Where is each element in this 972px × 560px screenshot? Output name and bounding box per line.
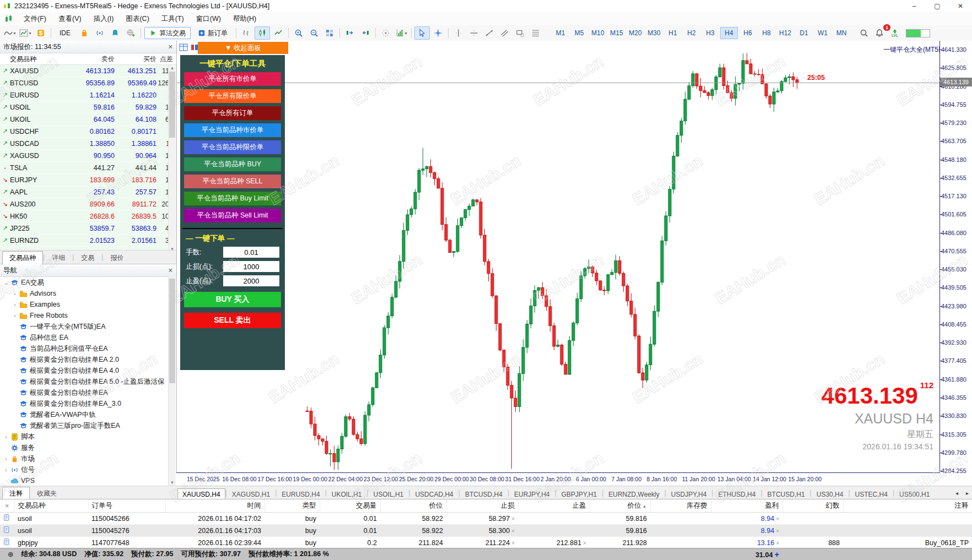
close-orders-button-0[interactable]: 平仓所有市价单	[184, 72, 281, 86]
line-style-dropdown[interactable]: ▾	[3, 27, 17, 39]
chart-window-dropdown[interactable]: ▾	[18, 27, 33, 39]
toolbox-close-icon[interactable]: ×	[0, 499, 14, 513]
market-watch-row-AAPL[interactable]: ↗ AAPL 257.43 257.57 14	[0, 186, 176, 198]
timeframe-MN[interactable]: MN	[833, 27, 850, 39]
ide-button[interactable]: IDE	[55, 27, 75, 39]
trendline-icon[interactable]	[482, 27, 496, 39]
market-watch-row-TSLA[interactable]: • TSLA 441.27 441.44 17	[0, 162, 176, 174]
timeframe-H12[interactable]: H12	[776, 27, 794, 39]
orders-column-1[interactable]: 订单号	[88, 499, 165, 513]
collapse-panel-button[interactable]: ▼ 收起面板	[198, 42, 288, 54]
market-watch-row-AUS200[interactable]: ↘ AUS200 8909.66 8911.72 206	[0, 198, 176, 210]
close-button[interactable]: ✕	[949, 0, 972, 12]
timeframe-H6[interactable]: H6	[739, 27, 757, 39]
orders-column-6[interactable]: 止损	[446, 499, 518, 513]
navigator-item-12[interactable]: 觉醒者EA-VWAP中轨	[0, 409, 176, 420]
order-sl[interactable]: 211.224×	[446, 537, 518, 549]
alerts-icon[interactable]	[108, 27, 122, 39]
market-watch-row-USOIL[interactable]: ↗ USOIL 59.816 59.829 13	[0, 101, 176, 113]
market-watch-tab-1[interactable]: 详细	[45, 251, 72, 264]
navigator-item-8[interactable]: 根据黄金分割自动挂单EA 4.0	[0, 365, 176, 376]
menu-item-1[interactable]: 查看(V)	[52, 13, 88, 24]
menu-item-3[interactable]: 图表(C)	[120, 13, 155, 24]
menu-item-5[interactable]: 窗口(W)	[190, 13, 227, 24]
order-profit[interactable]: 8.94×	[711, 525, 782, 537]
shift-back-icon[interactable]	[358, 27, 372, 39]
navigator-item-5[interactable]: 品种信息 EA	[0, 332, 176, 343]
navigator-item-10[interactable]: 根据黄金分割自动挂单EA	[0, 387, 176, 398]
menu-item-6[interactable]: 帮助(H)	[227, 13, 262, 24]
market-watch-row-JP225[interactable]: ↗ JP225 53859.7 53863.9 42	[0, 222, 176, 235]
notifications-icon[interactable]: 1	[872, 27, 887, 39]
column-symbol[interactable]: 交易品种	[10, 55, 63, 64]
close-orders-button-3[interactable]: 平仓当前品种市价单	[184, 123, 281, 137]
orders-column-11[interactable]: 幻数	[782, 499, 843, 513]
order-row-1147077648[interactable]: gbpjpy 1147077648 2026.01.16 02:39:44 bu…	[0, 537, 972, 549]
indicators-dropdown[interactable]: ▾	[394, 27, 408, 39]
market-watch-row-XAUUSD[interactable]: ↗ XAUUSD 4613.139 4613.251 112	[0, 65, 176, 77]
navigator-scrollbar[interactable]: ▼	[168, 276, 176, 486]
horizontal-line-icon[interactable]	[467, 27, 481, 39]
menu-item-0[interactable]: 文件(F)	[18, 13, 52, 24]
navigator-item-9[interactable]: 根据黄金分割自动挂单EA 5.0 -止盈后激活保	[0, 376, 176, 387]
search-icon[interactable]	[857, 27, 871, 39]
close-orders-button-4[interactable]: 平仓当前品种限价单	[184, 140, 281, 154]
chart-tab-XAUUSDH4[interactable]: XAUUSD,H4	[177, 488, 225, 500]
navigator-item-3[interactable]: ›Free Robots	[0, 310, 176, 321]
market-watch-scrollbar[interactable]: ▲▼	[168, 65, 176, 252]
order-sl[interactable]: 58.297×	[446, 513, 518, 525]
market-watch-row-EURJPY[interactable]: ↘ EURJPY 183.699 183.716 17	[0, 174, 176, 186]
chart-tab-USDCADH4[interactable]: USDCAD,H4	[410, 488, 458, 500]
tabs-scroll-right-icon[interactable]: ▸	[963, 490, 972, 496]
navigator-item-6[interactable]: 当前品种总利润值平仓EA	[0, 343, 176, 354]
navigator-item-14[interactable]: ›脚本	[0, 431, 176, 442]
orders-column-12[interactable]: 注释	[843, 499, 972, 513]
navigator-item-1[interactable]: ›Advisors	[0, 288, 176, 299]
candles-icon[interactable]	[255, 26, 270, 40]
navigator-item-16[interactable]: ›市场	[0, 453, 176, 464]
market-bag-icon[interactable]	[77, 27, 91, 39]
crosshair-icon[interactable]	[431, 27, 445, 39]
channel-icon[interactable]	[498, 27, 512, 39]
close-orders-button-8[interactable]: 平仓当前品种 Sell Limit	[184, 209, 281, 222]
navigator-item-13[interactable]: 觉醒者第三版pro-固定手数EA	[0, 420, 176, 431]
signals-icon[interactable]	[93, 27, 107, 39]
community-icon[interactable]	[123, 27, 138, 39]
timeframe-M30[interactable]: M30	[645, 27, 663, 39]
minimize-button[interactable]: –	[903, 0, 926, 12]
zoom-in-icon[interactable]	[291, 27, 306, 39]
market-watch-close-icon[interactable]: ✕	[168, 44, 173, 51]
timeframe-H2[interactable]: H2	[683, 27, 700, 39]
menu-item-4[interactable]: 工具(T)	[155, 13, 190, 24]
price-axis[interactable]: 4641.3304625.8054610.2804594.7554579.230…	[939, 41, 972, 472]
market-watch-row-EURUSD[interactable]: ↗ EURUSD 1.16214 1.16220 6	[0, 89, 176, 101]
navigator-item-11[interactable]: 根据黄金分割自动挂单EA_3.0	[0, 398, 176, 409]
order-field-input-1[interactable]	[223, 261, 279, 272]
market-watch-row-EURNZD[interactable]: ↗ EURNZD 2.01523 2.01561 38	[0, 235, 176, 247]
orders-column-4[interactable]: 交易量	[320, 499, 380, 513]
order-tp[interactable]	[518, 525, 590, 537]
timeframe-M1[interactable]: M1	[552, 27, 569, 39]
navigator-tab-1[interactable]: 收藏夹	[30, 487, 64, 500]
shapes-icon[interactable]	[513, 27, 527, 39]
navigator-close-icon[interactable]: ✕	[168, 267, 173, 274]
timeframe-H8[interactable]: H8	[758, 27, 775, 39]
navigator-item-18[interactable]: VPS	[0, 475, 176, 486]
chart-tab-USOILH1[interactable]: USOIL,H1	[369, 488, 409, 500]
new-order-button[interactable]: 新订单	[193, 27, 233, 39]
close-orders-button-6[interactable]: 平仓当前品种 SELL	[184, 175, 281, 188]
chart-tab-EURUSDH4[interactable]: EURUSD,H4	[277, 488, 325, 500]
tabs-scroll-left-icon[interactable]: ◂	[952, 490, 962, 496]
market-watch-row-UKOIL[interactable]: ↗ UKOIL 64.045 64.108 63	[0, 113, 176, 126]
chart-tab-US30H4[interactable]: US30,H4	[812, 488, 849, 500]
timeframe-M5[interactable]: M5	[570, 27, 588, 39]
shift-end-icon[interactable]	[343, 27, 357, 39]
orders-column-8[interactable]: 价位▲	[590, 499, 650, 513]
orders-column-10[interactable]: 盈利	[711, 499, 782, 513]
column-ask[interactable]: 买价	[115, 55, 156, 64]
dollar-icon[interactable]: $	[34, 27, 48, 39]
close-orders-button-5[interactable]: 平仓当前品种 BUY	[184, 157, 281, 171]
fibonacci-icon[interactable]	[528, 27, 543, 39]
order-field-input-2[interactable]	[223, 275, 279, 286]
market-watch-row-USDCHF[interactable]: ↗ USDCHF 0.80162 0.80171 9	[0, 126, 176, 138]
